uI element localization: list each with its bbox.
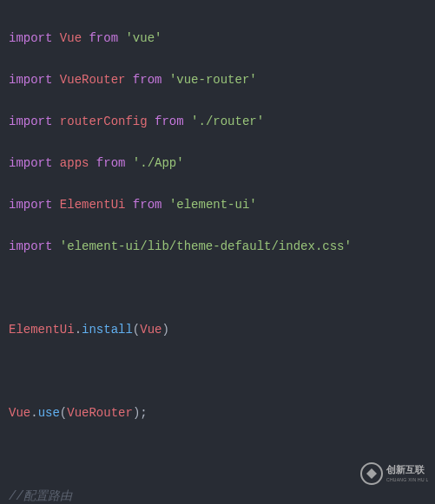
keyword-import: import xyxy=(9,156,52,170)
identifier: Vue xyxy=(140,323,161,337)
string-literal: './App' xyxy=(133,156,184,170)
keyword-from: from xyxy=(133,198,162,212)
identifier: VueRouter xyxy=(60,73,126,87)
keyword-import: import xyxy=(9,198,52,212)
string-literal: 'vue' xyxy=(125,31,161,45)
code-line: Vue.use(VueRouter); xyxy=(9,403,426,423)
code-line: import Vue from 'vue' xyxy=(9,28,426,49)
identifier: VueRouter xyxy=(67,406,133,420)
code-line: //配置路由 xyxy=(9,486,426,504)
string-literal: './router' xyxy=(191,115,264,128)
code-line: import ElementUi from 'element-ui' xyxy=(9,194,426,215)
code-editor[interactable]: import Vue from 'vue' import VueRouter f… xyxy=(0,0,435,504)
identifier: Vue xyxy=(9,406,30,420)
keyword-from: from xyxy=(155,115,184,128)
keyword-from: from xyxy=(96,156,126,170)
string-literal: 'element-ui/lib/theme-default/index.css' xyxy=(60,239,352,253)
identifier: ElementUi xyxy=(9,323,75,337)
code-line: import 'element-ui/lib/theme-default/ind… xyxy=(9,236,426,257)
blank-line xyxy=(9,278,426,298)
identifier: ElementUi xyxy=(60,198,126,212)
string-literal: 'element-ui' xyxy=(169,198,257,212)
code-line: ElementUi.install(Vue) xyxy=(9,319,426,340)
function-call: install xyxy=(82,323,133,337)
identifier: Vue xyxy=(60,31,82,45)
keyword-import: import xyxy=(9,73,52,87)
code-line: import VueRouter from 'vue-router' xyxy=(9,69,426,90)
string-literal: 'vue-router' xyxy=(169,73,257,87)
identifier: routerConfig xyxy=(60,115,148,128)
keyword-from: from xyxy=(133,73,162,87)
code-line: import routerConfig from './router' xyxy=(9,111,426,132)
code-line: import apps from './App' xyxy=(9,153,426,173)
keyword-from: from xyxy=(89,31,118,45)
comment: //配置路由 xyxy=(9,489,72,503)
function-call: use xyxy=(38,406,60,420)
blank-line xyxy=(9,361,426,382)
keyword-import: import xyxy=(9,239,52,253)
keyword-import: import xyxy=(9,115,52,128)
keyword-import: import xyxy=(9,31,52,45)
blank-line xyxy=(9,444,426,465)
identifier: apps xyxy=(60,156,89,170)
